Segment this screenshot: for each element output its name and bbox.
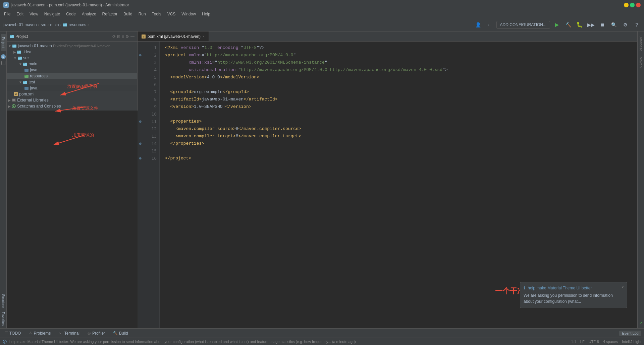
line-ending: LF <box>580 340 585 344</box>
settings-button[interactable]: ⚙ <box>621 20 630 29</box>
svg-rect-21 <box>24 87 26 88</box>
help-icon-button[interactable]: ? <box>632 20 641 29</box>
code-editor[interactable]: ⊕ ⊖ ⊖ ⊕ <box>138 42 637 328</box>
tree-src[interactable]: ▼ src <box>7 55 137 61</box>
sync-icon[interactable]: ⟳ <box>112 34 116 39</box>
svg-rect-13 <box>23 63 25 64</box>
root-path: D:\IdeaProjects\javaweb-01-maven <box>53 44 110 48</box>
project-header-icons: ⟳ ⊟ ≡ ⚙ — <box>112 34 135 39</box>
menu-window[interactable]: Window <box>179 11 199 17</box>
annotation-test: 用来测试的 <box>72 132 94 138</box>
encoding: UTF-8 <box>589 340 599 344</box>
tree-test-java[interactable]: java <box>7 85 137 91</box>
svg-rect-19 <box>23 81 25 82</box>
tree-ext-libs[interactable]: ▶ External Libraries <box>7 97 137 103</box>
gear-icon[interactable]: ⚙ <box>125 34 129 39</box>
gutter-8 <box>138 96 143 103</box>
line-numbers: 1 2 3 4 5 6 7 8 9 10 11 12 13 14 15 16 <box>143 42 160 328</box>
tab-problems[interactable]: ⚠ Problems <box>27 330 53 336</box>
code-line-9: <version>1.0-SNAPSHOT</version> <box>165 103 632 111</box>
maven-label[interactable]: Maven <box>638 54 644 70</box>
maximize-button[interactable] <box>630 3 635 7</box>
code-line-16: </project> <box>165 155 632 162</box>
tree-resources[interactable]: resources <box>7 73 137 79</box>
stop-button[interactable]: ⏹ <box>598 20 607 29</box>
window-controls[interactable] <box>624 3 641 7</box>
menu-vcs[interactable]: VCS <box>165 11 178 17</box>
close-button[interactable] <box>636 3 641 7</box>
breadcrumb-project: javaweb-01-maven <box>3 22 37 27</box>
main-label: main <box>29 62 37 66</box>
menu-view[interactable]: View <box>27 11 41 17</box>
gutter-2: ⊕ <box>138 52 143 59</box>
structure-label[interactable]: Structure <box>1 294 5 308</box>
svg-rect-11 <box>18 57 20 58</box>
tab-terminal[interactable]: >_ Terminal <box>57 330 82 336</box>
code-line-15 <box>165 147 632 155</box>
tree-root[interactable]: ▼ javaweb-01-maven D:\IdeaProjects\javaw… <box>7 43 137 49</box>
tree-idea[interactable]: ▶ .idea <box>7 49 137 55</box>
back-button[interactable]: ← <box>485 20 494 29</box>
scratches-arrow: ▶ <box>8 105 11 108</box>
cursor-position: 1:1 <box>571 340 576 344</box>
project-folder-icon <box>9 34 14 39</box>
tree-main[interactable]: ▼ main <box>7 61 137 67</box>
tab-pom-xml[interactable]: M pom.xml (javaweb-01-maven) × <box>138 31 209 41</box>
menu-analyze[interactable]: Analyze <box>79 11 99 17</box>
tab-close-icon[interactable]: × <box>203 34 205 38</box>
tab-build[interactable]: 🔨 Build <box>111 330 130 336</box>
svg-line-34 <box>54 135 84 145</box>
breadcrumb: javaweb-01-maven › src › main › resource… <box>3 22 472 27</box>
menu-refactor[interactable]: Refactor <box>100 11 120 17</box>
terminal-label: Terminal <box>64 331 79 336</box>
run-button[interactable]: ▶ <box>552 20 561 29</box>
event-log-button[interactable]: Event Log <box>619 331 641 336</box>
tab-todo[interactable]: ☰ TODO <box>3 330 23 336</box>
left-icon-extra[interactable]: + <box>1 61 5 65</box>
pom-label: pom.xml <box>19 92 34 96</box>
minimize-button[interactable] <box>624 3 629 7</box>
main-layout: Project S + Structure Favorites Project … <box>0 31 644 328</box>
breadcrumb-sep3: › <box>60 22 61 27</box>
tab-xml-icon: M <box>142 34 146 39</box>
right-sidebar: Database Maven ✓ <box>637 31 644 328</box>
tab-profiler[interactable]: ◎ Profiler <box>86 330 107 336</box>
menu-run[interactable]: Run <box>136 11 149 17</box>
debug-button[interactable]: 🐛 <box>575 20 584 29</box>
build-button[interactable]: 🔨 <box>564 20 573 29</box>
tree-pom[interactable]: M pom.xml <box>7 91 137 97</box>
menu-build[interactable]: Build <box>121 11 135 17</box>
structure-icon[interactable]: S <box>1 54 6 59</box>
database-label[interactable]: Database <box>638 33 644 54</box>
coverage-button[interactable]: ▶▶ <box>586 20 596 29</box>
src-folder-icon <box>17 56 22 60</box>
add-configuration-button[interactable]: ADD CONFIGURATION... <box>496 21 550 29</box>
profile-button[interactable]: 👤 <box>474 20 483 29</box>
collapse-all-icon[interactable]: ⊟ <box>117 34 120 39</box>
search-button[interactable]: 🔍 <box>609 20 619 29</box>
root-label: javaweb-01-maven <box>18 44 52 48</box>
scratches-label: Scratches and Consoles <box>17 104 61 109</box>
popup-close-button[interactable]: ∨ <box>621 284 624 289</box>
menu-file[interactable]: File <box>1 11 13 17</box>
favorites-label[interactable]: Favorites <box>1 312 5 326</box>
window-title: javaweb-01-maven - pom.xml (javaweb-01-m… <box>11 3 129 7</box>
problems-label: Problems <box>34 331 51 336</box>
menu-help[interactable]: Help <box>199 11 213 17</box>
ext-libs-icon <box>11 98 16 102</box>
menu-code[interactable]: Code <box>63 11 78 17</box>
status-warning-icon: i <box>3 340 7 344</box>
menu-tools[interactable]: Tools <box>149 11 164 17</box>
test-folder-icon <box>23 80 28 84</box>
close-panel-icon[interactable]: — <box>130 34 135 39</box>
sort-icon[interactable]: ≡ <box>122 34 124 39</box>
menu-navigate[interactable]: Navigate <box>42 11 63 17</box>
tree-test[interactable]: ▼ test <box>7 79 137 85</box>
main-java-label: java <box>30 68 37 72</box>
gutter-12 <box>138 125 143 133</box>
title-bar: J javaweb-01-maven - pom.xml (javaweb-01… <box>0 0 644 10</box>
tree-main-java[interactable]: java <box>7 67 137 73</box>
menu-edit[interactable]: Edit <box>14 11 26 17</box>
tree-scratches[interactable]: ▶ Scratches and Consoles <box>7 103 137 109</box>
project-sidebar-tab[interactable]: Project <box>1 34 6 51</box>
